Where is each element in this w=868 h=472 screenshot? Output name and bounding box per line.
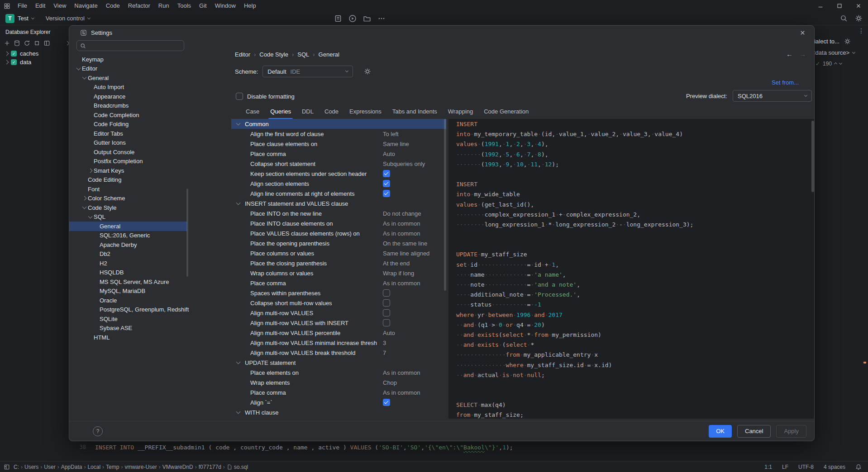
breadcrumb-item-editor[interactable]: Editor xyxy=(235,51,250,58)
version-control-widget[interactable]: Version control xyxy=(46,15,90,22)
menu-navigate[interactable]: Navigate xyxy=(70,0,101,12)
option-value-select[interactable]: At the end xyxy=(383,260,410,267)
settings-tree-item-postfix-completion[interactable]: Postfix Completion xyxy=(69,157,187,166)
option-section-common[interactable]: Common xyxy=(231,119,446,129)
forward-arrow-icon[interactable]: → xyxy=(799,50,806,58)
status-path-item-users[interactable]: Users xyxy=(24,464,38,470)
maximize-button[interactable] xyxy=(830,0,849,12)
close-icon[interactable] xyxy=(799,29,806,36)
option-value-select[interactable]: Same line aligned xyxy=(383,250,429,257)
option-row-place-into-on-the-new-line[interactable]: Place INTO on the new lineDo not change xyxy=(231,208,446,218)
option-row-align-multi-row-values-minimal-increase-thresh[interactable]: Align multi-row VALUES minimal increase … xyxy=(231,338,446,348)
option-value-select[interactable]: As in common xyxy=(383,369,420,376)
option-value-select[interactable]: Chop xyxy=(383,379,397,386)
option-value-select[interactable]: Wrap if long xyxy=(383,270,414,277)
option-row-place-comma[interactable]: Place commaAuto xyxy=(231,149,446,159)
settings-tree-item-general[interactable]: General xyxy=(69,222,187,231)
menu-refactor[interactable]: Refactor xyxy=(124,0,154,12)
settings-tree-item-auto-import[interactable]: Auto Import xyxy=(69,83,187,92)
run-icon[interactable] xyxy=(348,14,357,23)
chevron-right-icon[interactable] xyxy=(81,197,88,200)
menu-help[interactable]: Help xyxy=(240,0,260,12)
option-value-select[interactable]: Auto xyxy=(383,330,395,336)
option-row-place-values-clause-elements-rows-on[interactable]: Place VALUES clause elements (rows) onAs… xyxy=(231,228,446,238)
settings-tree-item-code-folding[interactable]: Code Folding xyxy=(69,120,187,129)
option-row-align-line-comments-at-right-of-elements[interactable]: Align line comments at right of elements xyxy=(231,189,446,198)
settings-tree-item-sql[interactable]: SQL xyxy=(69,212,187,222)
option-value-select[interactable]: Do not change xyxy=(383,210,421,217)
chevron-down-icon[interactable] xyxy=(234,411,242,413)
add-icon[interactable] xyxy=(4,40,10,47)
option-checkbox[interactable] xyxy=(383,170,390,177)
scheme-select[interactable]: Default IDE xyxy=(262,66,353,77)
chevron-down-icon[interactable] xyxy=(86,216,94,218)
chevron-down-icon[interactable] xyxy=(234,203,242,204)
layout-grid-icon[interactable] xyxy=(4,464,10,470)
option-row-align-multi-row-values-percentile[interactable]: Align multi-row VALUES percentileAuto xyxy=(231,328,446,338)
status-path-item-local[interactable]: Local xyxy=(87,464,100,470)
status-widget-lf[interactable]: LF xyxy=(782,464,788,470)
option-row-align-multi-row-values[interactable]: Align multi-row VALUES xyxy=(231,308,446,318)
status-widget-utf-8[interactable]: UTF-8 xyxy=(798,464,814,470)
tab-tabs-and-indents[interactable]: Tabs and Indents xyxy=(387,105,443,119)
option-row-place-columns-or-values[interactable]: Place columns or valuesSame line aligned xyxy=(231,248,446,258)
error-stripe-mark[interactable] xyxy=(863,362,866,363)
option-row-place-into-clause-elements-on[interactable]: Place INTO clause elements onAs in commo… xyxy=(231,218,446,228)
settings-tree-item-breadcrumbs[interactable]: Breadcrumbs xyxy=(69,101,187,111)
settings-tree-item-mysql-mariadb[interactable]: MySQL, MariaDB xyxy=(69,287,187,296)
menu-file[interactable]: File xyxy=(14,0,31,12)
option-value-select[interactable]: Subqueries only xyxy=(383,160,425,167)
status-file-name[interactable]: so.sql xyxy=(234,464,248,470)
disable-formatting-checkbox[interactable] xyxy=(236,93,243,100)
settings-tree-item-postgresql-greenplum-redshift[interactable]: PostgreSQL, Greenplum, Redshift xyxy=(69,305,187,315)
status-path-item-temp[interactable]: Temp xyxy=(106,464,119,470)
options-scrollbar[interactable] xyxy=(444,119,446,291)
option-checkbox[interactable] xyxy=(383,299,390,307)
settings-tree-item-sqlite[interactable]: SQLite xyxy=(69,314,187,324)
tab-code[interactable]: Code xyxy=(319,105,344,119)
option-section-update-statement[interactable]: UPDATE statement xyxy=(231,358,446,368)
settings-tree-item-output-console[interactable]: Output Console xyxy=(69,147,187,157)
menu-run[interactable]: Run xyxy=(154,0,173,12)
status-path-item-vmware-user[interactable]: vmware-User xyxy=(124,464,157,470)
inspections-widget[interactable]: ✓ 190 xyxy=(816,61,842,67)
settings-tree-item-editor[interactable]: Editor xyxy=(69,64,187,74)
settings-tree-item-sybase-ase[interactable]: Sybase ASE xyxy=(69,324,187,333)
more-icon[interactable] xyxy=(377,14,386,23)
breadcrumb-item-general[interactable]: General xyxy=(319,51,339,58)
preview-scrollbar[interactable] xyxy=(811,121,814,192)
breadcrumb-item-code-style[interactable]: Code Style xyxy=(259,51,288,58)
gear-icon[interactable] xyxy=(844,38,851,45)
editor-scrollbar[interactable] xyxy=(863,52,866,455)
chevron-down-icon[interactable] xyxy=(81,207,88,208)
option-section-insert-statement-and-values-clause[interactable]: INSERT statement and VALUES clause xyxy=(231,198,446,208)
status-path-item-user[interactable]: User xyxy=(44,464,55,470)
close-window-button[interactable] xyxy=(849,0,868,12)
option-row-place-clause-elements-on[interactable]: Place clause elements onSame line xyxy=(231,139,446,149)
option-row-align-multi-row-values-break-threshold[interactable]: Align multi-row VALUES break threshold7 xyxy=(231,348,446,358)
db-tree-item-data[interactable]: ✓data xyxy=(0,58,72,66)
set-from-link[interactable]: Set from... xyxy=(772,79,799,86)
option-checkbox[interactable] xyxy=(383,319,390,326)
layout-icon[interactable] xyxy=(43,40,50,47)
chevron-down-icon[interactable] xyxy=(75,68,82,70)
menu-view[interactable]: View xyxy=(49,0,70,12)
option-row-place-comma[interactable]: Place commaAs in common xyxy=(231,278,446,288)
settings-gear-icon[interactable] xyxy=(855,14,863,22)
settings-tree-item-ms-sql-server-ms-azure[interactable]: MS SQL Server, MS Azure xyxy=(69,277,187,287)
chevron-down-icon[interactable] xyxy=(234,123,242,125)
menu-window[interactable]: Window xyxy=(211,0,240,12)
menu-tools[interactable]: Tools xyxy=(173,0,195,12)
back-arrow-icon[interactable]: ← xyxy=(786,50,793,58)
status-path-item-c-[interactable]: C: xyxy=(14,464,19,470)
project-selector[interactable]: T Test xyxy=(5,14,34,23)
menu-git[interactable]: Git xyxy=(195,0,211,12)
chevron-right-icon[interactable] xyxy=(86,169,94,172)
settings-tree-item-keymap[interactable]: Keymap xyxy=(69,55,187,64)
settings-tree-item-gutter-icons[interactable]: Gutter Icons xyxy=(69,138,187,148)
option-value-select[interactable]: Same line xyxy=(383,141,409,147)
minimize-button[interactable] xyxy=(811,0,830,12)
preview-dialect-select[interactable]: SQL2016 xyxy=(733,90,812,102)
chevron-up-icon[interactable] xyxy=(834,62,837,65)
settings-search-field[interactable] xyxy=(76,40,184,51)
